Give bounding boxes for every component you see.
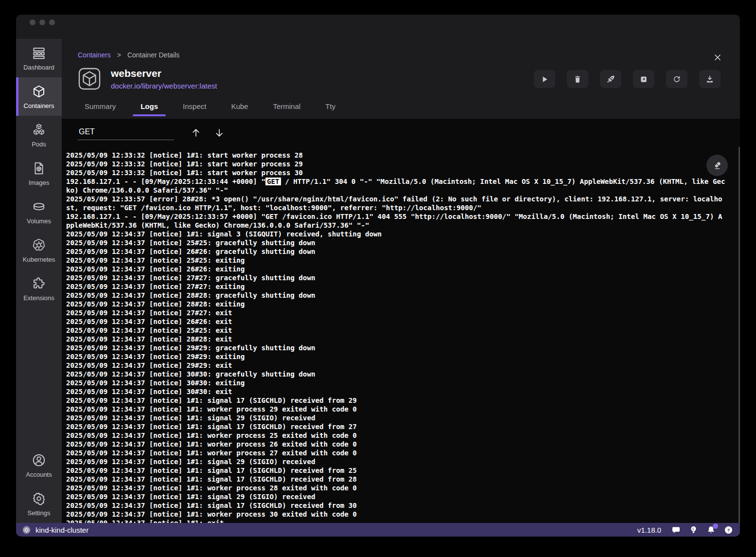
window-body: DashboardContainersPodsImagesVolumesKube… [16,39,740,523]
container-box-icon [78,67,101,90]
sidebar-item-label: Accounts [26,471,52,478]
eraser-icon [712,161,722,170]
log-line: 2025/05/09 12:34:37 [notice] 26#26: exit… [66,265,733,273]
screen: DashboardContainersPodsImagesVolumesKube… [0,0,756,557]
download-button[interactable] [699,70,721,88]
open-external-button[interactable] [633,70,654,88]
logs-content: 2025/05/09 12:33:32 [notice] 1#1: start … [62,119,740,523]
log-line: 2025/05/09 12:33:57 [error] 28#28: *3 op… [66,195,733,203]
log-line: 2025/05/09 12:34:37 [notice] 29#29: exit… [66,352,733,361]
help-icon[interactable]: ? [724,525,733,535]
sidebar-item-label: Containers [24,102,54,109]
sidebar-item-volumes[interactable]: Volumes [16,193,62,231]
play-button[interactable] [534,70,555,88]
log-line: 2025/05/09 12:34:37 [notice] 30#30: exit… [66,378,733,387]
tab-tty[interactable]: Tty [324,101,336,111]
sidebar-top: DashboardContainersPodsImagesVolumesKube… [16,39,62,308]
accounts-icon [32,453,46,467]
arrow-down-icon[interactable] [214,127,225,138]
sidebar-item-accounts[interactable]: Accounts [16,446,62,485]
bell-icon[interactable] [706,525,716,535]
traffic-light-dot[interactable] [49,19,55,25]
sidebar-item-extensions[interactable]: Extensions [16,270,62,308]
log-line: 2025/05/09 12:34:37 [notice] 30#30: grac… [66,370,733,378]
sidebar-item-label: Dashboard [23,64,54,71]
window-titlebar [16,15,740,39]
log-line: 2025/05/09 12:34:37 [notice] 1#1: worker… [66,405,733,413]
kube-context-button[interactable]: kind-kind-cluster [22,525,88,535]
log-line: 2025/05/09 12:34:37 [notice] 1#1: exit [66,519,733,523]
log-line: 2025/05/09 12:34:37 [notice] 25#25: exit [66,326,733,335]
log-line: 2025/05/09 12:34:37 [notice] 1#1: worker… [66,431,733,440]
breadcrumb-current: Container Details [127,51,179,59]
log-line: 2025/05/09 12:34:37 [notice] 26#26: grac… [66,247,733,256]
log-line: 2025/05/09 12:34:37 [notice] 1#1: signal… [66,457,733,466]
statusbar-icons: ? [671,525,733,535]
tab-bar: SummaryLogsInspectKubeTerminalTty [78,101,740,119]
rocket-button[interactable] [600,70,621,88]
log-line: 2025/05/09 12:34:37 [notice] 1#1: signal… [66,492,733,501]
container-image-link[interactable]: docker.io/library/webserver:latest [111,82,217,90]
log-line: 2025/05/09 12:34:37 [notice] 28#28: exit [66,335,733,343]
volumes-icon [32,199,46,214]
app-window: DashboardContainersPodsImagesVolumesKube… [16,15,740,537]
sidebar-item-images[interactable]: Images [16,154,62,193]
pods-icon [32,123,46,137]
log-line: 2025/05/09 12:34:37 [notice] 30#30: exit [66,387,733,396]
log-line: 2025/05/09 12:34:37 [notice] 27#27: exit [66,308,733,317]
chat-icon[interactable] [671,525,681,535]
containers-icon [32,84,46,99]
traffic-light-dot[interactable] [30,19,35,25]
breadcrumb: Containers > Container Details [78,51,740,59]
log-line: 2025/05/09 12:34:37 [notice] 1#1: worker… [66,484,733,492]
refresh-button[interactable] [666,70,687,88]
log-line: 2025/05/09 12:34:37 [notice] 28#28: grac… [66,291,733,300]
log-line: ko) Chrome/136.0.0.0 Safari/537.36" "-" [66,186,733,195]
search-input[interactable] [78,126,174,140]
arrow-up-icon[interactable] [191,127,201,138]
sidebar-item-label: Kubernetes [23,256,55,263]
log-line: 2025/05/09 12:34:37 [notice] 29#29: grac… [66,343,733,352]
clear-logs-button[interactable] [706,155,728,176]
log-line: 2025/05/09 12:34:37 [notice] 27#27: exit… [66,282,733,291]
tab-summary[interactable]: Summary [84,101,117,111]
container-actions-toolbar [534,70,721,88]
tab-kube[interactable]: Kube [230,101,249,111]
app-version: v1.18.0 [637,526,661,534]
sidebar-item-pods[interactable]: Pods [16,116,62,154]
close-icon[interactable] [713,53,722,62]
search-nav [191,127,225,138]
kubernetes-icon [32,238,46,252]
dashboard-icon [32,46,46,60]
breadcrumb-separator: > [117,51,121,59]
refresh-icon [672,75,681,84]
log-search-row [62,119,740,147]
log-scrollbar[interactable] [738,147,740,523]
traffic-light-dot[interactable] [39,19,45,25]
tab-logs[interactable]: Logs [140,101,159,111]
search-match: GET [265,178,281,185]
tab-inspect[interactable]: Inspect [182,101,207,111]
lightbulb-icon[interactable] [689,525,698,535]
log-line: 192.168.127.1 - - [09/May/2025:12:33:44 … [66,177,733,186]
sidebar-item-dashboard[interactable]: Dashboard [16,39,62,77]
sidebar-item-label: Pods [32,141,46,148]
sidebar-item-containers[interactable]: Containers [16,77,62,116]
log-line: 2025/05/09 12:34:37 [notice] 1#1: signal… [66,396,733,405]
tab-terminal[interactable]: Terminal [272,101,301,111]
sidebar-item-label: Images [29,179,50,186]
sidebar-item-kubernetes[interactable]: Kubernetes [16,231,62,270]
trash-button[interactable] [567,70,588,88]
page-title: webserver [111,68,217,79]
download-icon [705,75,714,84]
sidebar-item-label: Volumes [27,217,51,225]
sidebar-item-settings[interactable]: Settings [16,485,62,523]
log-line: 2025/05/09 12:34:37 [notice] 25#25: grac… [66,238,733,247]
log-viewer: 2025/05/09 12:33:32 [notice] 1#1: start … [62,147,740,523]
sidebar-item-label: Extensions [23,294,54,302]
statusbar-right: v1.18.0 ? [637,525,733,535]
container-details-header: Containers > Container Details webserver… [62,39,740,119]
kube-context-label: kind-kind-cluster [35,526,88,534]
breadcrumb-containers-link[interactable]: Containers [78,51,111,59]
log-line: 2025/05/09 12:34:37 [notice] 1#1: signal… [66,422,733,431]
